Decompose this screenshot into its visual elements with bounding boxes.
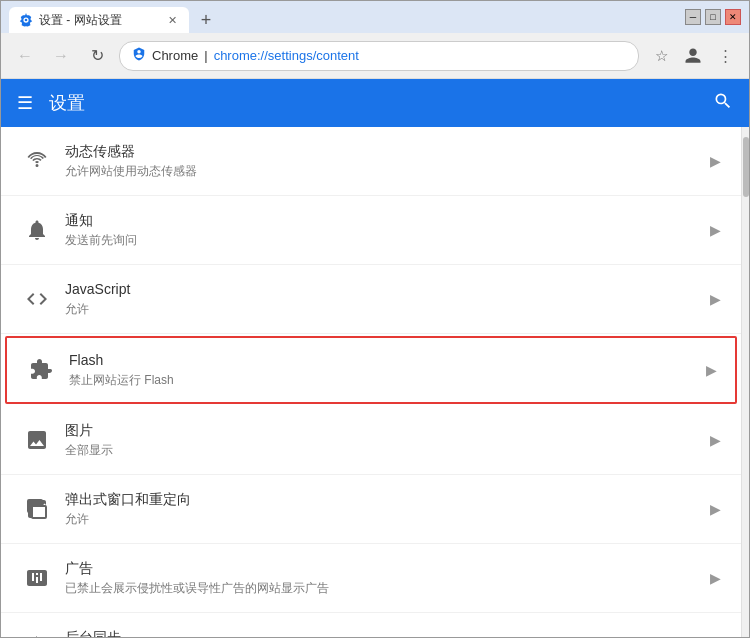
popups-subtitle: 允许 (65, 511, 702, 528)
forward-button[interactable]: → (47, 42, 75, 70)
images-title: 图片 (65, 421, 702, 441)
flash-arrow: ▶ (706, 362, 717, 378)
motion-sensor-subtitle: 允许网站使用动态传感器 (65, 163, 702, 180)
content-area: 动态传感器 允许网站使用动态传感器 ▶ 通知 发送前先询问 ▶ (1, 127, 749, 637)
list-item[interactable]: 通知 发送前先询问 ▶ (1, 196, 741, 265)
title-bar: 设置 - 网站设置 ✕ + ─ □ ✕ (1, 1, 749, 33)
new-tab-button[interactable]: + (193, 7, 219, 33)
motion-sensor-arrow: ▶ (710, 153, 721, 169)
back-button[interactable]: ← (11, 42, 39, 70)
list-item[interactable]: 后台同步 允许最近关闭的网站完成数据收发操作 ▶ (1, 613, 741, 637)
list-item[interactable]: 广告 已禁止会展示侵扰性或误导性广告的网站显示广告 ▶ (1, 544, 741, 613)
search-button[interactable] (713, 91, 733, 116)
flash-icon (21, 350, 61, 390)
menu-button[interactable]: ⋮ (711, 42, 739, 70)
tab-favicon-icon (19, 13, 33, 27)
ads-title: 广告 (65, 559, 702, 579)
notifications-arrow: ▶ (710, 222, 721, 238)
sync-text: 后台同步 允许最近关闭的网站完成数据收发操作 (57, 628, 702, 637)
javascript-text: JavaScript 允许 (57, 280, 702, 318)
scrollbar[interactable] (741, 127, 749, 637)
url-separator: | (204, 48, 207, 63)
ads-icon (17, 558, 57, 598)
flash-subtitle: 禁止网站运行 Flash (69, 372, 698, 389)
images-icon (17, 420, 57, 460)
address-right-buttons: ☆ ⋮ (647, 42, 739, 70)
title-bar-tabs: 设置 - 网站设置 ✕ + (9, 1, 685, 33)
images-arrow: ▶ (710, 432, 721, 448)
app-title: 设置 (49, 91, 85, 115)
list-item[interactable]: JavaScript 允许 ▶ (1, 265, 741, 334)
popups-arrow: ▶ (710, 501, 721, 517)
flash-list-item[interactable]: Flash 禁止网站运行 Flash ▶ (5, 336, 737, 404)
minimize-button[interactable]: ─ (685, 9, 701, 25)
sync-title: 后台同步 (65, 628, 702, 637)
motion-sensor-text: 动态传感器 允许网站使用动态传感器 (57, 142, 702, 180)
scrollbar-thumb[interactable] (743, 137, 749, 197)
tab-close-button[interactable]: ✕ (166, 12, 179, 29)
window-frame: 设置 - 网站设置 ✕ + ─ □ ✕ ← → ↻ Chrome | chrom… (0, 0, 750, 638)
javascript-title: JavaScript (65, 280, 702, 300)
notifications-title: 通知 (65, 211, 702, 231)
javascript-icon (17, 279, 57, 319)
active-tab[interactable]: 设置 - 网站设置 ✕ (9, 7, 189, 33)
maximize-button[interactable]: □ (705, 9, 721, 25)
list-item[interactable]: 弹出式窗口和重定向 允许 ▶ (1, 475, 741, 544)
secure-icon (132, 47, 146, 64)
motion-sensor-icon (17, 141, 57, 181)
javascript-arrow: ▶ (710, 291, 721, 307)
images-subtitle: 全部显示 (65, 442, 702, 459)
app-header: ☰ 设置 (1, 79, 749, 127)
tab-title: 设置 - 网站设置 (39, 12, 122, 29)
flash-title: Flash (69, 351, 698, 371)
ads-text: 广告 已禁止会展示侵扰性或误导性广告的网站显示广告 (57, 559, 702, 597)
notifications-subtitle: 发送前先询问 (65, 232, 702, 249)
notifications-text: 通知 发送前先询问 (57, 211, 702, 249)
url-main: chrome://settings/content (214, 48, 359, 63)
window-controls: ─ □ ✕ (685, 9, 741, 25)
main-content: 动态传感器 允许网站使用动态传感器 ▶ 通知 发送前先询问 ▶ (1, 127, 741, 637)
bookmark-button[interactable]: ☆ (647, 42, 675, 70)
address-bar: ← → ↻ Chrome | chrome://settings/content… (1, 33, 749, 79)
flash-text: Flash 禁止网站运行 Flash (61, 351, 698, 389)
popups-title: 弹出式窗口和重定向 (65, 490, 702, 510)
account-button[interactable] (679, 42, 707, 70)
motion-sensor-title: 动态传感器 (65, 142, 702, 162)
address-input[interactable]: Chrome | chrome://settings/content (119, 41, 639, 71)
close-button[interactable]: ✕ (725, 9, 741, 25)
hamburger-menu-button[interactable]: ☰ (17, 92, 33, 114)
list-item[interactable]: 动态传感器 允许网站使用动态传感器 ▶ (1, 127, 741, 196)
notifications-icon (17, 210, 57, 250)
ads-arrow: ▶ (710, 570, 721, 586)
url-prefix: Chrome (152, 48, 198, 63)
popups-icon (17, 489, 57, 529)
refresh-button[interactable]: ↻ (83, 42, 111, 70)
images-text: 图片 全部显示 (57, 421, 702, 459)
svg-rect-1 (32, 506, 46, 518)
list-item[interactable]: 图片 全部显示 ▶ (1, 406, 741, 475)
javascript-subtitle: 允许 (65, 301, 702, 318)
ads-subtitle: 已禁止会展示侵扰性或误导性广告的网站显示广告 (65, 580, 702, 597)
sync-icon (17, 627, 57, 637)
popups-text: 弹出式窗口和重定向 允许 (57, 490, 702, 528)
